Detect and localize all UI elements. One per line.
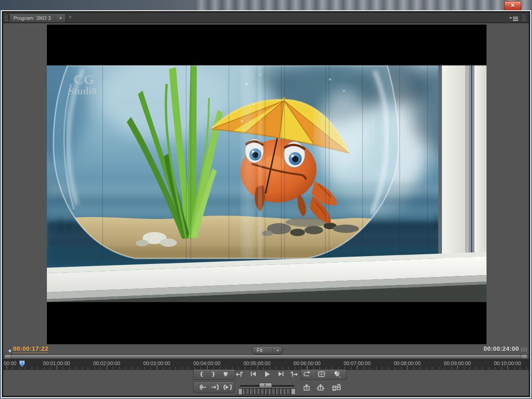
go-to-in-point-button[interactable]: { [197,383,208,391]
panel-menu-icon[interactable] [509,15,519,20]
set-in-icon: { [199,371,203,377]
video-frame: CG Studi0 [47,65,487,302]
trim-icon [332,384,341,391]
ruler-major-tick [407,366,408,369]
playhead[interactable] [19,360,26,368]
timeline-ruler[interactable]: 00:00:0000:01:00:0000:02:00:0000:03:00:0… [3,359,529,370]
previous-marker-icon [235,371,243,378]
video-display-area: CG Studi0 [47,25,487,344]
ruler-minor-ticks [3,367,529,369]
flyout-menu-icon [509,16,519,21]
step-back-icon [250,371,257,377]
fit-dropdown[interactable]: Fit ▼ [252,346,283,354]
loop-button[interactable] [302,370,312,378]
step-forward-icon [278,371,285,377]
go-to-next-marker-button[interactable] [289,370,299,378]
go-to-out-icon: } [211,384,219,391]
safe-margins-button[interactable] [316,370,326,378]
chevron-down-icon: ▼ [273,349,282,352]
play-in-to-out-button[interactable]: { } [222,383,232,391]
svg-text:Studi0: Studi0 [68,85,97,97]
shuttle-slider-handle[interactable] [259,383,272,388]
step-forward-button[interactable] [276,370,286,378]
scrollbar-thumb[interactable] [5,355,527,358]
panel-gripper-right[interactable] [523,14,527,21]
desktop-background [0,0,532,10]
step-back-button[interactable] [248,370,258,378]
svg-text:}: } [216,384,219,391]
tab-divider [55,15,56,21]
view-zoom-scrollbar[interactable] [4,354,528,359]
tab-label: Program: ЭХО 3 [13,15,51,21]
play-button[interactable] [262,370,272,378]
scrollbar-handle-left[interactable] [4,354,12,359]
chevron-down-icon[interactable]: ▼ [58,16,64,20]
ruler-major-tick [6,366,7,369]
go-to-previous-marker-button[interactable] [234,370,244,378]
duration-timecode: 00:00:24:00 [435,345,519,352]
window-frame-right [438,65,487,266]
monitor-window: Program: ЭХО 3 ▼ × [0,10,532,399]
panel-gripper-left[interactable] [5,14,9,21]
blinds-texture [195,0,532,10]
timecode-marker-dot [8,349,12,353]
go-to-in-icon: { [199,384,207,391]
ruler-major-tick [307,366,307,369]
close-icon: ✕ [510,2,515,9]
window-frame-dark: Program: ЭХО 3 ▼ × [2,11,530,397]
set-marker-button[interactable] [221,370,231,378]
safe-margins-icon [318,371,325,378]
play-in-to-out-icon: { } [222,384,232,391]
ruler-major-tick [157,366,157,369]
program-monitor-panel: Program: ЭХО 3 ▼ × [3,13,529,396]
set-in-point-button[interactable]: { [196,370,207,378]
ruler-major-tick [257,366,258,369]
marker-icon [222,371,229,378]
duration-grip-icon [521,348,527,352]
lift-button[interactable] [301,383,311,392]
output-icon [333,370,341,378]
ruler-label: 00:00:00 [3,360,16,366]
screen: { "desktop": { "window_close_glyph": "✕"… [0,0,532,399]
fit-dropdown-value: Fit [253,348,272,353]
scrollbar-handle-right[interactable] [520,354,528,359]
window-close-button[interactable]: ✕ [504,1,521,11]
next-marker-icon [290,371,298,378]
ruler-major-tick [357,366,357,369]
window-frame-light: Program: ЭХО 3 ▼ × [1,10,531,398]
play-icon [264,371,271,378]
tab-bar-separator [520,13,521,21]
ruler-major-tick [457,366,458,369]
ruler-major-tick [57,366,57,369]
set-out-point-button[interactable]: } [208,370,219,378]
loop-icon [303,371,311,378]
jog-wheel[interactable] [238,388,296,395]
tab-bar: Program: ЭХО 3 ▼ × [3,13,529,23]
ruler-major-tick [207,366,208,369]
go-to-out-point-button[interactable]: } [209,383,220,391]
extract-icon [316,384,325,391]
current-timecode[interactable]: 00:00:17:22 [13,345,48,353]
extract-button[interactable] [315,383,325,392]
set-out-icon: } [211,371,215,377]
lift-icon [303,384,311,391]
ruler-major-tick [507,366,508,369]
tab-close-icon[interactable]: × [69,14,71,19]
trim-button[interactable] [331,383,342,392]
output-button[interactable] [332,370,342,378]
ruler-major-tick [107,366,107,369]
tab-program[interactable]: Program: ЭХО 3 ▼ [9,13,66,23]
svg-text:}: } [229,384,232,391]
